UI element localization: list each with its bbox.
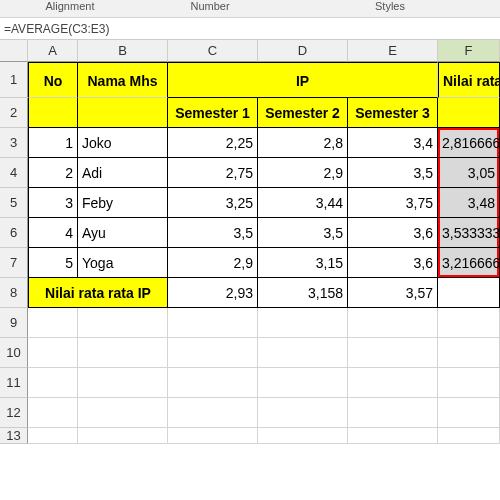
cell-d12[interactable] bbox=[258, 398, 348, 428]
cell-b10[interactable] bbox=[78, 338, 168, 368]
header-ip[interactable]: IP bbox=[168, 62, 438, 98]
cell-c9[interactable] bbox=[168, 308, 258, 338]
cell-f13[interactable] bbox=[438, 428, 500, 444]
cell-a10[interactable] bbox=[28, 338, 78, 368]
row-header-10[interactable]: 10 bbox=[0, 338, 28, 368]
cell-e13[interactable] bbox=[348, 428, 438, 444]
cell-a9[interactable] bbox=[28, 308, 78, 338]
cell-f9[interactable] bbox=[438, 308, 500, 338]
row-header-6[interactable]: 6 bbox=[0, 218, 28, 248]
row-header-9[interactable]: 9 bbox=[0, 308, 28, 338]
cell-f11[interactable] bbox=[438, 368, 500, 398]
row-header-11[interactable]: 11 bbox=[0, 368, 28, 398]
cell-e7[interactable]: 3,6 bbox=[348, 248, 438, 278]
cell-e9[interactable] bbox=[348, 308, 438, 338]
cell-d6[interactable]: 3,5 bbox=[258, 218, 348, 248]
cell-c13[interactable] bbox=[168, 428, 258, 444]
cell-e10[interactable] bbox=[348, 338, 438, 368]
cell-c5[interactable]: 3,25 bbox=[168, 188, 258, 218]
cell-c10[interactable] bbox=[168, 338, 258, 368]
cell-b3[interactable]: Joko bbox=[78, 128, 168, 158]
header-rata[interactable]: Nilai rata rata IP bbox=[438, 62, 500, 98]
cell-b9[interactable] bbox=[78, 308, 168, 338]
cell-d3[interactable]: 2,8 bbox=[258, 128, 348, 158]
cell-d10[interactable] bbox=[258, 338, 348, 368]
header-sem3[interactable]: Semester 3 bbox=[348, 98, 438, 128]
col-header-d[interactable]: D bbox=[258, 40, 348, 62]
cell-b4[interactable]: Adi bbox=[78, 158, 168, 188]
cell-f6[interactable]: 3,533333333 bbox=[438, 218, 500, 248]
cell-f5[interactable]: 3,48 bbox=[438, 188, 500, 218]
header-no-merge[interactable] bbox=[28, 98, 78, 128]
formula-bar[interactable]: =AVERAGE(C3:E3) bbox=[0, 18, 500, 40]
cell-f12[interactable] bbox=[438, 398, 500, 428]
row-header-5[interactable]: 5 bbox=[0, 188, 28, 218]
cell-c11[interactable] bbox=[168, 368, 258, 398]
cell-f10[interactable] bbox=[438, 338, 500, 368]
cell-b6[interactable]: Ayu bbox=[78, 218, 168, 248]
row-header-3[interactable]: 3 bbox=[0, 128, 28, 158]
cell-a6[interactable]: 4 bbox=[28, 218, 78, 248]
header-sem2[interactable]: Semester 2 bbox=[258, 98, 348, 128]
col-header-a[interactable]: A bbox=[28, 40, 78, 62]
col-header-e[interactable]: E bbox=[348, 40, 438, 62]
cell-b7[interactable]: Yoga bbox=[78, 248, 168, 278]
cell-a4[interactable]: 2 bbox=[28, 158, 78, 188]
row-header-12[interactable]: 12 bbox=[0, 398, 28, 428]
cell-c3[interactable]: 2,25 bbox=[168, 128, 258, 158]
cell-b11[interactable] bbox=[78, 368, 168, 398]
row-header-2[interactable]: 2 bbox=[0, 98, 28, 128]
cell-e4[interactable]: 3,5 bbox=[348, 158, 438, 188]
cell-d8[interactable]: 3,158 bbox=[258, 278, 348, 308]
ribbon-number-label: Number bbox=[140, 0, 280, 17]
cell-b12[interactable] bbox=[78, 398, 168, 428]
cell-c4[interactable]: 2,75 bbox=[168, 158, 258, 188]
cell-d4[interactable]: 2,9 bbox=[258, 158, 348, 188]
cell-f8[interactable] bbox=[438, 278, 500, 308]
cell-c7[interactable]: 2,9 bbox=[168, 248, 258, 278]
cell-e6[interactable]: 3,6 bbox=[348, 218, 438, 248]
col-header-c[interactable]: C bbox=[168, 40, 258, 62]
ribbon-group-labels: Alignment Number Styles bbox=[0, 0, 500, 18]
cell-a13[interactable] bbox=[28, 428, 78, 444]
cell-e11[interactable] bbox=[348, 368, 438, 398]
cell-e3[interactable]: 3,4 bbox=[348, 128, 438, 158]
row-header-8[interactable]: 8 bbox=[0, 278, 28, 308]
row-header-13[interactable]: 13 bbox=[0, 428, 28, 444]
cell-c6[interactable]: 3,5 bbox=[168, 218, 258, 248]
header-sem1[interactable]: Semester 1 bbox=[168, 98, 258, 128]
row-header-4[interactable]: 4 bbox=[0, 158, 28, 188]
select-all-corner[interactable] bbox=[0, 40, 28, 62]
cell-c12[interactable] bbox=[168, 398, 258, 428]
cell-d11[interactable] bbox=[258, 368, 348, 398]
cell-a7[interactable]: 5 bbox=[28, 248, 78, 278]
col-header-b[interactable]: B bbox=[78, 40, 168, 62]
cell-a11[interactable] bbox=[28, 368, 78, 398]
col-header-f[interactable]: F bbox=[438, 40, 500, 62]
cell-d7[interactable]: 3,15 bbox=[258, 248, 348, 278]
cell-f7[interactable]: 3,216666667 bbox=[438, 248, 500, 278]
cell-d13[interactable] bbox=[258, 428, 348, 444]
row-header-7[interactable]: 7 bbox=[0, 248, 28, 278]
ribbon-alignment-label: Alignment bbox=[0, 0, 140, 17]
header-nama[interactable]: Nama Mhs bbox=[78, 62, 168, 98]
cell-d9[interactable] bbox=[258, 308, 348, 338]
cell-e8[interactable]: 3,57 bbox=[348, 278, 438, 308]
header-nama-merge[interactable] bbox=[78, 98, 168, 128]
cell-d5[interactable]: 3,44 bbox=[258, 188, 348, 218]
row-header-1[interactable]: 1 bbox=[0, 62, 28, 98]
cell-a5[interactable]: 3 bbox=[28, 188, 78, 218]
footer-label[interactable]: Nilai rata rata IP bbox=[28, 278, 168, 308]
spreadsheet-grid[interactable]: A B C D E F 1 No Nama Mhs IP Nilai rata … bbox=[0, 40, 500, 444]
header-no[interactable]: No bbox=[28, 62, 78, 98]
cell-b13[interactable] bbox=[78, 428, 168, 444]
cell-c8[interactable]: 2,93 bbox=[168, 278, 258, 308]
cell-b5[interactable]: Feby bbox=[78, 188, 168, 218]
cell-e5[interactable]: 3,75 bbox=[348, 188, 438, 218]
cell-a3[interactable]: 1 bbox=[28, 128, 78, 158]
cell-a12[interactable] bbox=[28, 398, 78, 428]
cell-e12[interactable] bbox=[348, 398, 438, 428]
cell-f4[interactable]: 3,05 bbox=[438, 158, 500, 188]
header-rata-merge[interactable] bbox=[438, 98, 500, 128]
cell-f3[interactable]: 2,816666667 bbox=[438, 128, 500, 158]
